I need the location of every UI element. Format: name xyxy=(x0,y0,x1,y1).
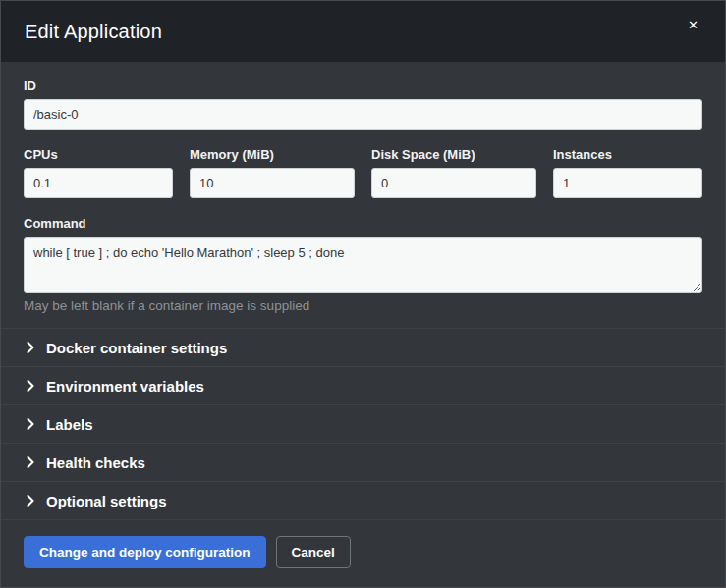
memory-input[interactable] xyxy=(190,168,355,198)
modal-body: ID CPUs Memory (MiB) Disk Space (MiB) In… xyxy=(1,62,725,328)
resource-fields-row: CPUs Memory (MiB) Disk Space (MiB) Insta… xyxy=(24,147,702,198)
disk-space-input[interactable] xyxy=(371,168,536,198)
cancel-button[interactable]: Cancel xyxy=(276,536,351,568)
field-memory: Memory (MiB) xyxy=(190,147,355,198)
cpus-input[interactable] xyxy=(24,168,173,198)
field-command: Command while [ true ] ; do echo 'Hello … xyxy=(24,216,702,313)
chevron-right-icon xyxy=(24,418,37,430)
instances-input[interactable] xyxy=(553,168,702,198)
id-label: ID xyxy=(24,79,702,93)
chevron-right-icon xyxy=(24,342,37,353)
edit-application-modal: Edit Application ✕ ID CPUs Memory (MiB) … xyxy=(0,0,726,588)
close-icon[interactable]: ✕ xyxy=(684,15,702,35)
section-docker-container-settings[interactable]: Docker container settings xyxy=(1,329,725,367)
cpus-label: CPUs xyxy=(24,147,173,162)
change-and-deploy-button[interactable]: Change and deploy configuration xyxy=(24,536,266,568)
disk-space-label: Disk Space (MiB) xyxy=(371,147,536,162)
instances-label: Instances xyxy=(553,147,702,162)
chevron-right-icon xyxy=(24,495,37,507)
section-environment-variables[interactable]: Environment variables xyxy=(1,367,725,405)
section-optional-settings[interactable]: Optional settings xyxy=(1,482,725,520)
modal-header: Edit Application ✕ xyxy=(1,1,725,62)
field-instances: Instances xyxy=(553,147,702,198)
section-health-checks[interactable]: Health checks xyxy=(1,444,725,482)
section-labels[interactable]: Labels xyxy=(1,405,725,444)
command-label: Command xyxy=(24,216,702,231)
section-label: Optional settings xyxy=(46,493,167,509)
modal-footer: Change and deploy configuration Cancel xyxy=(1,520,725,584)
field-id: ID xyxy=(24,79,702,130)
id-input[interactable] xyxy=(24,99,702,130)
collapsible-sections: Docker container settings Environment va… xyxy=(1,328,725,520)
field-disk-space: Disk Space (MiB) xyxy=(371,147,536,198)
section-label: Environment variables xyxy=(46,378,204,395)
section-label: Labels xyxy=(46,416,93,433)
chevron-right-icon xyxy=(24,456,37,468)
command-textarea[interactable]: while [ true ] ; do echo 'Hello Marathon… xyxy=(24,237,702,293)
modal-title: Edit Application xyxy=(25,21,162,43)
memory-label: Memory (MiB) xyxy=(190,147,355,162)
field-cpus: CPUs xyxy=(24,147,173,198)
chevron-right-icon xyxy=(24,380,37,392)
section-label: Health checks xyxy=(46,454,145,471)
section-label: Docker container settings xyxy=(46,340,227,356)
command-help-text: May be left blank if a container image i… xyxy=(24,298,702,313)
